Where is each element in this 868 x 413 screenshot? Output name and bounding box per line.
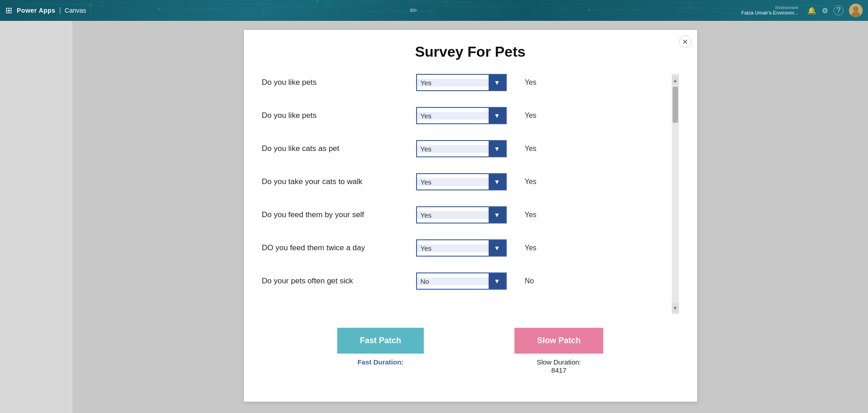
form-footer: Fast Patch Fast Duration: Slow Patch Slo… xyxy=(262,328,679,374)
dropdown-value-5: Yes xyxy=(417,244,489,252)
chevron-down-icon: ▼ xyxy=(494,79,500,86)
env-name: Faiza Umair's Environm... xyxy=(741,10,798,15)
dropdown-arrow-0[interactable]: ▼ xyxy=(489,75,506,90)
topbar: ⊞ Power Apps | Canvas ✏ Environment Faiz… xyxy=(0,0,868,21)
canvas-area: ✕ Survey For Pets Do you like pets Yes ▼… xyxy=(73,21,868,413)
help-icon[interactable]: ? xyxy=(834,5,844,15)
env-label: Environment xyxy=(775,5,798,10)
scroll-up-arrow[interactable]: ▲ xyxy=(672,76,679,85)
question-dropdown-4[interactable]: Yes ▼ xyxy=(416,206,507,224)
slow-patch-button[interactable]: Slow Patch xyxy=(514,328,603,354)
question-answer-6: No xyxy=(525,277,561,285)
question-label-1: Do you like pets xyxy=(262,111,398,120)
question-answer-0: Yes xyxy=(525,78,561,87)
dropdown-arrow-2[interactable]: ▼ xyxy=(489,141,506,156)
question-dropdown-3[interactable]: Yes ▼ xyxy=(416,173,507,190)
question-label-2: Do you like cats as pet xyxy=(262,144,398,153)
user-avatar[interactable] xyxy=(849,4,863,17)
chevron-down-icon: ▼ xyxy=(494,112,500,119)
slow-duration-block: Slow Duration: 8417 xyxy=(537,358,581,374)
environment-info: Environment Faiza Umair's Environm... xyxy=(741,5,798,15)
question-label-6: Do your pets often get sick xyxy=(262,277,398,286)
fast-duration-block: Fast Duration: xyxy=(358,358,404,366)
dropdown-value-1: Yes xyxy=(417,112,489,120)
settings-icon[interactable]: ⚙ xyxy=(822,6,828,15)
question-label-3: Do you take your cats to walk xyxy=(262,177,398,186)
chevron-down-icon: ▼ xyxy=(494,145,500,152)
chevron-down-icon: ▼ xyxy=(494,277,500,285)
fast-patch-col: Fast Patch Fast Duration: xyxy=(337,328,424,366)
question-row: Do you like pets Yes ▼ Yes xyxy=(262,107,667,124)
fast-duration-label: Fast Duration: xyxy=(358,358,404,366)
edit-icon: ✏ xyxy=(410,5,417,16)
svg-point-36 xyxy=(853,6,858,12)
scroll-down-arrow[interactable]: ▼ xyxy=(672,303,679,312)
slow-duration-value: 8417 xyxy=(551,366,566,374)
form-questions-list: Do you like pets Yes ▼ Yes Do you like p… xyxy=(262,74,672,314)
question-answer-5: Yes xyxy=(525,244,561,252)
nav-separator: | xyxy=(59,6,61,15)
scroll-thumb[interactable] xyxy=(673,87,678,123)
dropdown-arrow-6[interactable]: ▼ xyxy=(489,273,506,289)
slow-patch-col: Slow Patch Slow Duration: 8417 xyxy=(514,328,603,374)
bell-icon[interactable]: 🔔 xyxy=(807,6,816,15)
question-answer-4: Yes xyxy=(525,211,561,219)
canvas-label: Canvas xyxy=(65,7,86,14)
dropdown-value-4: Yes xyxy=(417,211,489,219)
scroll-track: ▲ ▼ xyxy=(672,74,679,314)
svg-point-12 xyxy=(316,0,319,3)
dropdown-value-2: Yes xyxy=(417,145,489,153)
question-label-5: DO you feed them twice a day xyxy=(262,243,398,253)
fast-patch-button[interactable]: Fast Patch xyxy=(337,328,424,354)
app-name: Power Apps xyxy=(17,7,55,14)
question-label-0: Do you like pets xyxy=(262,78,398,87)
question-answer-2: Yes xyxy=(525,145,561,153)
close-icon: ✕ xyxy=(682,38,688,46)
dropdown-arrow-1[interactable]: ▼ xyxy=(489,108,506,123)
chevron-down-icon: ▼ xyxy=(494,178,500,185)
dropdown-arrow-4[interactable]: ▼ xyxy=(489,207,506,223)
dropdown-arrow-3[interactable]: ▼ xyxy=(489,174,506,189)
question-answer-3: Yes xyxy=(525,178,561,186)
question-dropdown-2[interactable]: Yes ▼ xyxy=(416,140,507,157)
question-dropdown-6[interactable]: No ▼ xyxy=(416,272,507,290)
grid-icon[interactable]: ⊞ xyxy=(5,5,12,15)
question-label-4: Do you feed them by your self xyxy=(262,210,398,219)
question-row: DO you feed them twice a day Yes ▼ Yes xyxy=(262,239,667,257)
dropdown-value-3: Yes xyxy=(417,178,489,186)
question-dropdown-1[interactable]: Yes ▼ xyxy=(416,107,507,124)
question-row: Do you feed them by your self Yes ▼ Yes xyxy=(262,206,667,224)
slow-duration-label: Slow Duration: xyxy=(537,358,581,366)
dropdown-value-0: Yes xyxy=(417,79,489,87)
form-panel: ✕ Survey For Pets Do you like pets Yes ▼… xyxy=(244,30,697,402)
question-row: Do your pets often get sick No ▼ No xyxy=(262,272,667,290)
question-row: Do you like pets Yes ▼ Yes xyxy=(262,74,667,91)
close-button[interactable]: ✕ xyxy=(679,35,692,48)
nav-icons-right: Environment Faiza Umair's Environm... 🔔 … xyxy=(741,4,863,17)
chevron-down-icon: ▼ xyxy=(494,211,500,219)
question-answer-1: Yes xyxy=(525,112,561,120)
dropdown-arrow-5[interactable]: ▼ xyxy=(489,240,506,256)
question-dropdown-0[interactable]: Yes ▼ xyxy=(416,74,507,91)
question-row: Do you take your cats to walk Yes ▼ Yes xyxy=(262,173,667,190)
left-sidebar xyxy=(0,21,73,413)
question-row: Do you like cats as pet Yes ▼ Yes xyxy=(262,140,667,157)
dropdown-value-6: No xyxy=(417,277,489,285)
question-dropdown-5[interactable]: Yes ▼ xyxy=(416,239,507,257)
form-scroll-area: Do you like pets Yes ▼ Yes Do you like p… xyxy=(262,74,679,314)
chevron-down-icon: ▼ xyxy=(494,244,500,252)
form-title: Survey For Pets xyxy=(262,44,679,60)
main-area: ✕ Survey For Pets Do you like pets Yes ▼… xyxy=(0,21,868,413)
